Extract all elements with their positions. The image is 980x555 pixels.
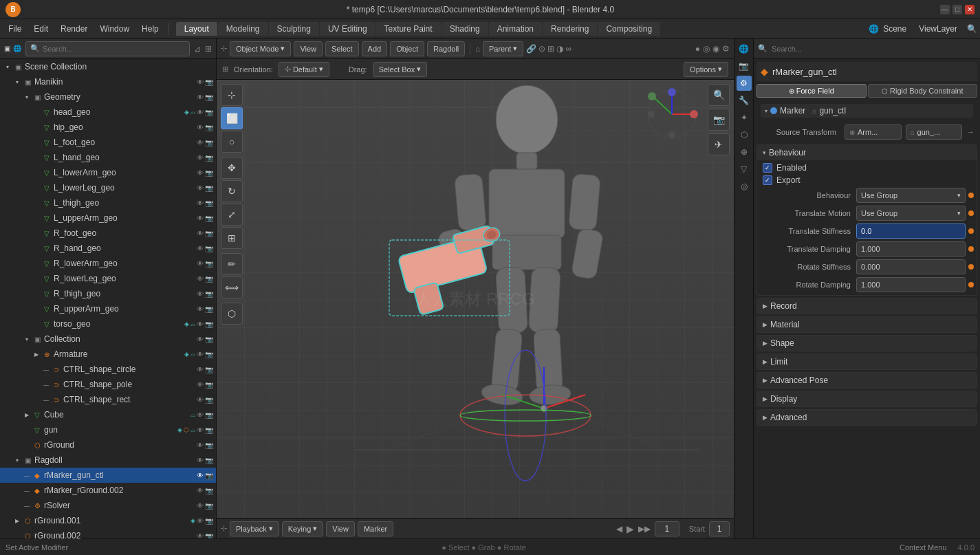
rigid-body-tab[interactable]: ⬡ Rigid Body Constraint — [868, 84, 978, 98]
torso-visibility[interactable]: 👁 — [197, 320, 204, 328]
L-lowerLeg-visibility[interactable]: 👁 — [197, 184, 204, 192]
playback-button[interactable]: Playback ▾ — [230, 521, 279, 536]
annotate-tool-button[interactable]: ✏ — [221, 253, 243, 275]
move-tool-button[interactable]: ✥ — [221, 157, 243, 179]
expand-arrow-ragdoll[interactable]: ▾ — [12, 455, 22, 465]
render-mode-render[interactable]: ◉ — [712, 44, 719, 54]
tab-rendering[interactable]: Rendering — [543, 22, 597, 36]
ctrl-pole-render[interactable]: 📷 — [205, 381, 213, 389]
behaviour-select[interactable]: Use Group ▾ — [856, 188, 966, 203]
tree-item-rground002[interactable]: ⬡ rGround.002 👁 📷 — [0, 528, 216, 538]
ctrl-rect-visibility[interactable]: 👁 — [197, 396, 204, 404]
props-search-input[interactable] — [772, 45, 976, 53]
L-upperArm-visibility[interactable]: 👁 — [197, 215, 204, 222]
viewport-gizmo[interactable] — [644, 87, 699, 142]
tree-item-ctrl-circle[interactable]: — ⊃ CTRL_shape_circle 👁 📷 — [0, 362, 216, 377]
L-thigh-visibility[interactable]: 👁 — [197, 199, 204, 207]
object-props-icon[interactable]: ⚙ — [737, 76, 752, 91]
select-button[interactable]: Select — [325, 41, 359, 56]
L-hand-render[interactable]: 📷 — [205, 154, 213, 162]
R-hand-render[interactable]: 📷 — [205, 245, 213, 252]
zoom-in-button[interactable]: 🔍 — [708, 84, 730, 106]
R-thigh-visibility[interactable]: 👁 — [197, 290, 204, 298]
tree-item-scene-collection[interactable]: ▾ ▣ Scene Collection — [0, 59, 216, 74]
rmarker-gun-ctl-render[interactable]: 📷 — [205, 472, 213, 479]
cursor-tool-button[interactable]: ⊹ — [221, 84, 243, 106]
limit-header[interactable]: ▶ Limit — [757, 354, 977, 369]
L-foot-render[interactable]: 📷 — [205, 139, 213, 146]
tree-item-ragdoll[interactable]: ▾ ▣ Ragdoll 👁 📷 — [0, 453, 216, 468]
material-props-icon[interactable]: ◎ — [737, 179, 752, 194]
shape-header[interactable]: ▶ Shape — [757, 336, 977, 351]
outliner-options-icon[interactable]: ⊞ — [205, 44, 212, 54]
R-upperArm-visibility[interactable]: 👁 — [197, 305, 204, 313]
tree-item-cube[interactable]: ▶ ▽ Cube ⌓ 👁 📷 — [0, 407, 216, 422]
R-foot-visibility[interactable]: 👁 — [197, 230, 204, 237]
rground001-render[interactable]: 📷 — [205, 517, 213, 525]
modifier-props-icon[interactable]: 🔧 — [737, 93, 752, 108]
cube-visibility[interactable]: 👁 — [197, 411, 204, 419]
expand-arrow-geometry[interactable]: ▾ — [22, 92, 32, 102]
tab-modeling[interactable]: Modeling — [218, 22, 268, 36]
tab-shading[interactable]: Shading — [442, 22, 488, 36]
tree-item-L-thigh-geo[interactable]: ▽ L_thigh_geo 👁 📷 — [0, 195, 216, 210]
ragdoll-render[interactable]: 📷 — [205, 457, 213, 464]
keying-button[interactable]: Keying ▾ — [282, 521, 324, 536]
rmarker-gun-ctl-visibility[interactable]: 👁 — [197, 472, 204, 479]
expand-arrow-collection[interactable]: ▾ — [22, 334, 32, 344]
ragdoll-visibility[interactable]: 👁 — [197, 457, 204, 464]
rotate-tool-button[interactable]: ↻ — [221, 180, 243, 202]
view-button[interactable]: View — [294, 41, 323, 56]
armature-render[interactable]: 📷 — [205, 351, 213, 358]
tab-layout[interactable]: Layout — [176, 22, 217, 36]
L-upperArm-render[interactable]: 📷 — [205, 215, 213, 222]
L-hand-visibility[interactable]: 👁 — [197, 154, 204, 162]
tree-item-R-lowerArm-geo[interactable]: ▽ R_lowerArm_geo 👁 📷 — [0, 256, 216, 271]
rsolver-render[interactable]: 📷 — [205, 502, 213, 510]
render-menu[interactable]: Render — [55, 23, 93, 35]
export-checkbox[interactable]: ✓ — [763, 175, 772, 185]
transform-tool-button[interactable]: ⊞ — [221, 227, 243, 249]
L-foot-visibility[interactable]: 👁 — [197, 139, 204, 146]
rground002-visibility[interactable]: 👁 — [197, 532, 204, 539]
record-header[interactable]: ▶ Record — [757, 298, 977, 314]
expand-arrow-armature[interactable]: ▶ — [32, 349, 41, 359]
tree-item-ctrl-pole[interactable]: — ⊃ CTRL_shape_pole 👁 📷 — [0, 377, 216, 392]
rotate-damping-field[interactable]: 1.000 — [856, 277, 966, 292]
maximize-button[interactable]: □ — [952, 5, 962, 14]
translate-damping-field[interactable]: 1.000 — [856, 241, 966, 257]
tree-item-head-geo[interactable]: ▽ head_geo ◈ ⌓ 👁 📷 — [0, 105, 216, 120]
marker-button[interactable]: Marker — [358, 521, 393, 536]
R-thigh-render[interactable]: 📷 — [205, 290, 213, 298]
render-mode-solid[interactable]: ● — [695, 44, 700, 54]
manikin-visibility[interactable]: 👁 — [197, 78, 204, 86]
tree-item-armature[interactable]: ▶ ⊕ Armature ◈ ⌓ 👁 📷 — [0, 347, 216, 362]
ctrl-circle-visibility[interactable]: 👁 — [197, 366, 204, 373]
R-lowerArm-visibility[interactable]: 👁 — [197, 260, 204, 268]
drag-value-button[interactable]: Select Box ▾ — [373, 62, 428, 77]
tree-item-L-hand-geo[interactable]: ▽ L_hand_geo 👁 📷 — [0, 150, 216, 165]
rground001-visibility[interactable]: 👁 — [197, 517, 204, 525]
rotate-stiffness-field[interactable]: 0.000 — [856, 259, 966, 274]
ctrl-circle-render[interactable]: 📷 — [205, 366, 213, 373]
select-box-tool-button[interactable]: ⬜ — [221, 107, 243, 129]
tree-item-geometry[interactable]: ▾ ▣ Geometry 👁 📷 — [0, 89, 216, 105]
window-menu[interactable]: Window — [94, 23, 135, 35]
advanced-header[interactable]: ▶ Advanced — [757, 410, 977, 425]
R-lowerLeg-visibility[interactable]: 👁 — [197, 275, 204, 283]
tree-item-rground[interactable]: ⬡ rGround 👁 📷 — [0, 437, 216, 453]
material-header[interactable]: ▶ Material — [757, 317, 977, 332]
ctrl-rect-render[interactable]: 📷 — [205, 396, 213, 404]
close-button[interactable]: ✕ — [965, 5, 974, 14]
render-mode-material[interactable]: ◎ — [703, 44, 710, 54]
rground-visibility[interactable]: 👁 — [197, 442, 204, 449]
add-button[interactable]: Add — [362, 41, 388, 56]
L-lowerLeg-render[interactable]: 📷 — [205, 184, 213, 192]
tree-item-R-foot-geo[interactable]: ▽ R_foot_geo 👁 📷 — [0, 226, 216, 241]
tree-item-hip-geo[interactable]: ▽ hip_geo 👁 📷 — [0, 120, 216, 135]
camera-view-button[interactable]: 📷 — [708, 109, 730, 131]
rmarker-rground-visibility[interactable]: 👁 — [197, 487, 204, 494]
translate-stiffness-field[interactable]: 0.0 — [856, 224, 966, 239]
armature-visibility[interactable]: 👁 — [197, 351, 204, 358]
tree-item-torso-geo[interactable]: ▽ torso_geo ◈ ⌓ 👁 📷 — [0, 316, 216, 331]
